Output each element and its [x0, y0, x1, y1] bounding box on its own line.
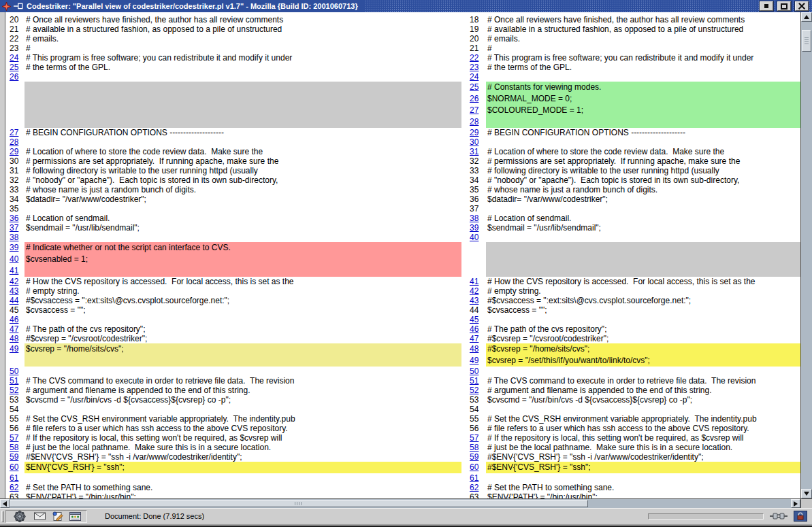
right-code-line: $cvsrep = "/set/this/if/you/want/to/link…: [486, 355, 800, 367]
left-line-number-link[interactable]: 24: [5, 53, 25, 63]
left-line-number-link[interactable]: 26: [5, 72, 25, 82]
mail-icon[interactable]: [34, 512, 46, 520]
horizontal-scrollbar[interactable]: [0, 498, 800, 508]
left-line-number-link[interactable]: 44: [5, 296, 25, 305]
diff-row: 61 61: [5, 473, 800, 483]
left-code-line: [25, 473, 461, 483]
right-line-number-link[interactable]: 31: [468, 147, 486, 156]
left-line-number-link[interactable]: 25: [5, 63, 25, 72]
left-line-number-link[interactable]: 46: [5, 315, 25, 324]
left-code-line: #$ENV{'CVS_RSH'} = "ssh -i /var/www/code…: [25, 452, 461, 462]
scroll-up-button[interactable]: [801, 12, 812, 22]
left-line-number-link[interactable]: 41: [5, 265, 25, 277]
left-line-number-link[interactable]: 58: [5, 443, 25, 452]
right-line-number-link[interactable]: 46: [468, 324, 486, 334]
left-line-number-link[interactable]: 28: [5, 137, 25, 147]
right-line-number-link[interactable]: 43: [468, 296, 486, 305]
right-line-number: 55: [468, 414, 486, 424]
maximize-button[interactable]: [777, 1, 791, 11]
right-line-number: 56: [468, 424, 486, 433]
right-code-line: # How the CVS repository is accessed. Fo…: [486, 277, 800, 286]
right-line-number-link[interactable]: 27: [468, 105, 486, 116]
left-line-number-link[interactable]: 59: [5, 452, 25, 462]
right-line-number-link[interactable]: 45: [468, 315, 486, 324]
left-line-number-link[interactable]: 60: [5, 462, 25, 473]
left-line-number-link[interactable]: 48: [5, 334, 25, 343]
diff-row: 23 # 21 #: [5, 44, 800, 53]
left-line-number-link[interactable]: 42: [5, 277, 25, 286]
right-arrow-icon: [794, 501, 798, 507]
vertical-scroll-thumb[interactable]: [802, 30, 811, 52]
vertical-scroll-track[interactable]: [801, 22, 812, 489]
address-book-icon[interactable]: [69, 512, 81, 521]
horizontal-scroll-track[interactable]: [10, 499, 791, 508]
navigator-icon[interactable]: [12, 511, 28, 522]
right-line-number-link[interactable]: 23: [468, 63, 486, 72]
left-line-number-link[interactable]: 47: [5, 324, 25, 334]
left-line-number-link[interactable]: 51: [5, 376, 25, 386]
right-line-number-link[interactable]: 42: [468, 286, 486, 296]
horizontal-scroll-thumb[interactable]: [10, 500, 588, 507]
security-lock-tile[interactable]: [794, 511, 807, 522]
left-code-line: $cvsrep = "/home/sits/cvs";: [25, 343, 461, 355]
left-line-number-link[interactable]: 29: [5, 147, 25, 156]
left-line-number: 31: [5, 166, 25, 175]
right-line-number-link[interactable]: 49: [468, 355, 486, 367]
right-line-number-link[interactable]: 48: [468, 343, 486, 355]
pane-gap: [461, 305, 468, 315]
left-line-number-link[interactable]: 49: [5, 343, 25, 355]
right-code-line: # Set the CVS_RSH environment variable a…: [486, 414, 800, 424]
scroll-down-button[interactable]: [801, 489, 812, 498]
right-line-number-link[interactable]: 57: [468, 433, 486, 443]
right-line-number-link[interactable]: 62: [468, 483, 486, 492]
right-line-number-link[interactable]: 50: [468, 367, 486, 376]
left-code-line: [25, 315, 461, 324]
left-line-number-link[interactable]: 27: [5, 128, 25, 137]
left-line-number-link[interactable]: 57: [5, 433, 25, 443]
right-line-number-link[interactable]: 59: [468, 452, 486, 462]
right-line-number-link[interactable]: 51: [468, 376, 486, 386]
right-line-number-link[interactable]: 60: [468, 462, 486, 473]
right-line-number-link[interactable]: 24: [468, 72, 486, 82]
left-line-number-link[interactable]: 50: [5, 367, 25, 376]
diff-row: 28 30: [5, 137, 800, 147]
lock-icon: [797, 512, 804, 520]
right-code-line: [486, 242, 800, 254]
right-line-number-link[interactable]: 39: [468, 223, 486, 233]
left-line-number-link[interactable]: 37: [5, 223, 25, 233]
close-button[interactable]: [795, 1, 809, 11]
right-line-number-link[interactable]: 22: [468, 53, 486, 63]
right-line-number-link[interactable]: 38: [468, 214, 486, 223]
left-line-number-link[interactable]: 38: [5, 233, 25, 242]
left-line-number-link[interactable]: 52: [5, 386, 25, 395]
scroll-right-button[interactable]: [791, 499, 800, 508]
left-line-number-link[interactable]: 40: [5, 254, 25, 265]
pane-gap: [461, 34, 468, 44]
left-line-number-link[interactable]: 36: [5, 214, 25, 223]
right-line-number-link[interactable]: 58: [468, 443, 486, 452]
right-code-line: [486, 367, 800, 376]
scroll-left-button[interactable]: [0, 499, 10, 508]
right-code-line: #$cvsrep = "/cvsroot/codestriker";: [486, 334, 800, 343]
left-line-number-link[interactable]: 61: [5, 473, 25, 483]
right-line-number-link[interactable]: 41: [468, 277, 486, 286]
minimize-button[interactable]: [760, 1, 773, 11]
right-line-number-link[interactable]: 30: [468, 137, 486, 147]
right-line-number-link[interactable]: 25: [468, 82, 486, 93]
right-line-number-link[interactable]: 61: [468, 473, 486, 483]
right-line-number-link[interactable]: 47: [468, 334, 486, 343]
right-line-number-link[interactable]: 26: [468, 93, 486, 105]
diff-row: 32 # "nobody" or "apache"). Each topic i…: [5, 175, 800, 185]
left-line-number-link[interactable]: 43: [5, 286, 25, 296]
window-pin-icon[interactable]: [14, 3, 23, 10]
online-plug-icon[interactable]: [770, 512, 787, 520]
left-line-number-link[interactable]: 39: [5, 242, 25, 254]
vertical-scrollbar[interactable]: [800, 12, 812, 498]
pane-gap: [461, 116, 468, 128]
right-line-number-link[interactable]: 40: [468, 233, 486, 242]
composer-icon[interactable]: [52, 511, 63, 522]
right-line-number-link[interactable]: 29: [468, 128, 486, 137]
left-line-number-link[interactable]: 62: [5, 483, 25, 492]
right-line-number-link[interactable]: 28: [468, 116, 486, 128]
right-line-number-link[interactable]: 52: [468, 386, 486, 395]
